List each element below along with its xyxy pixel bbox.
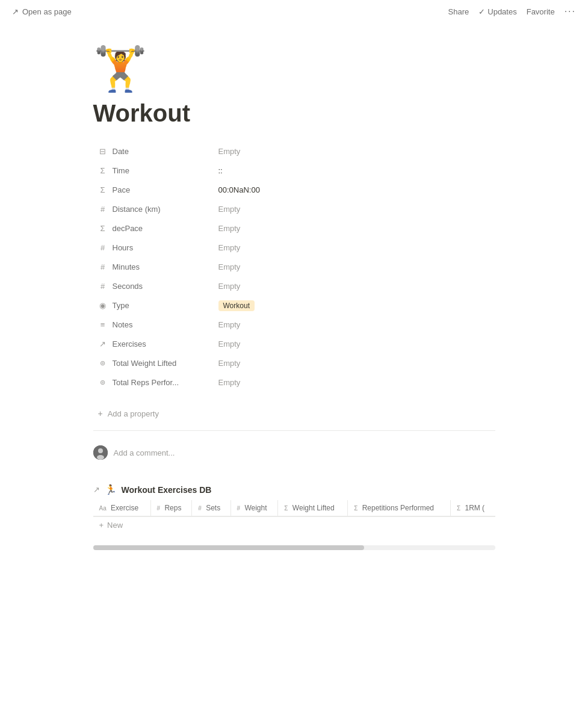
hash-seconds-icon: # [98, 282, 108, 291]
properties-list: ⊟ Date Empty Σ Time :: Σ Pace 00:0NaN:00… [93, 141, 495, 392]
col-exercise-label: Exercise [111, 504, 138, 512]
calendar-icon: ⊟ [98, 147, 108, 156]
scroll-thumb[interactable] [93, 545, 364, 550]
col-reps[interactable]: # Reps [150, 500, 192, 516]
sigma-decpace-icon: Σ [98, 224, 108, 233]
sigma-time-icon: Σ [98, 166, 108, 175]
add-property-button[interactable]: + Add a property [93, 406, 164, 421]
new-row-button[interactable]: + New [93, 516, 495, 533]
sigma-reps-performed-icon: Σ [354, 505, 357, 512]
hash-sets-icon: # [198, 505, 202, 512]
comment-area[interactable]: Add a comment... [93, 441, 495, 465]
col-one-rm-label: 1RM ( [465, 504, 484, 512]
property-total-reps[interactable]: ⊚ Total Reps Perfor... Empty [93, 373, 495, 392]
property-pace-value[interactable]: 00:0NaN:00 [214, 184, 265, 196]
property-exercises-value[interactable]: Empty [214, 338, 246, 350]
db-table-head: Aa Exercise # Reps # Sets # [93, 500, 495, 516]
db-header-row: Aa Exercise # Reps # Sets # [93, 500, 495, 516]
hash-reps-icon: # [157, 505, 161, 512]
db-title[interactable]: Workout Exercises DB [122, 485, 212, 495]
page-title[interactable]: Workout [93, 100, 495, 127]
col-weight[interactable]: # Weight [231, 500, 278, 516]
property-type-label: Type [113, 301, 129, 310]
col-weight-label: Weight [244, 504, 267, 512]
property-total-reps-value[interactable]: Empty [214, 377, 246, 388]
open-as-page-button[interactable]: ↗ Open as page [12, 7, 72, 16]
property-total-reps-label: Total Reps Perfor... [113, 378, 179, 387]
property-notes[interactable]: ≡ Notes Empty [93, 315, 495, 334]
property-notes-label: Notes [113, 320, 133, 329]
property-date-value[interactable]: Empty [214, 146, 246, 157]
property-total-weight[interactable]: ⊚ Total Weight Lifted Empty [93, 353, 495, 373]
sigma-pace-icon: Σ [98, 185, 108, 194]
hash-minutes-icon: # [98, 262, 108, 271]
property-hours-value[interactable]: Empty [214, 242, 246, 253]
col-reps-label: Reps [164, 504, 181, 512]
col-weight-lifted[interactable]: Σ Weight Lifted [278, 500, 348, 516]
property-pace[interactable]: Σ Pace 00:0NaN:00 [93, 180, 495, 199]
main-content: 🏋️ Workout ⊟ Date Empty Σ Time :: Σ Pace [36, 23, 553, 574]
share-button[interactable]: Share [448, 7, 469, 16]
svg-point-2 [97, 455, 104, 460]
property-hours[interactable]: # Hours Empty [93, 238, 495, 257]
db-table: Aa Exercise # Reps # Sets # [93, 500, 495, 516]
col-sets[interactable]: # Sets [192, 500, 231, 516]
property-notes-value[interactable]: Empty [214, 319, 246, 330]
property-seconds-value[interactable]: Empty [214, 280, 246, 292]
property-total-weight-value[interactable]: Empty [214, 358, 246, 369]
property-time-value[interactable]: :: [214, 165, 227, 176]
topbar-actions: Share ✓ Updates Favorite ··· [448, 6, 576, 17]
lines-notes-icon: ≡ [98, 320, 108, 329]
property-decpace-value[interactable]: Empty [214, 223, 246, 234]
db-header: ↗ 🏃 Workout Exercises DB [93, 484, 495, 495]
horizontal-scrollbar[interactable] [93, 545, 495, 550]
col-sets-label: Sets [206, 504, 220, 512]
property-pace-label: Pace [113, 185, 131, 194]
col-exercise[interactable]: Aa Exercise [93, 500, 151, 516]
db-link-icon[interactable]: ↗ [93, 485, 100, 494]
circle-type-icon: ◉ [98, 301, 108, 310]
property-minutes[interactable]: # Minutes Empty [93, 257, 495, 276]
type-tag[interactable]: Workout [218, 300, 255, 311]
comment-placeholder: Add a comment... [114, 448, 175, 457]
more-options-button[interactable]: ··· [565, 6, 576, 17]
text-icon: Aa [99, 505, 107, 512]
property-minutes-label: Minutes [113, 262, 140, 271]
property-distance-value[interactable]: Empty [214, 203, 246, 215]
open-as-page-label: Open as page [22, 7, 72, 16]
col-reps-performed-label: Repetitions Performed [362, 504, 434, 512]
topbar: ↗ Open as page Share ✓ Updates Favorite … [0, 0, 588, 23]
open-page-icon: ↗ [12, 7, 19, 16]
property-type-value[interactable]: Workout [214, 300, 259, 311]
property-date[interactable]: ⊟ Date Empty [93, 141, 495, 161]
col-reps-performed[interactable]: Σ Repetitions Performed [348, 500, 451, 516]
property-exercises[interactable]: ↗ Exercises Empty [93, 334, 495, 353]
property-hours-label: Hours [113, 243, 134, 252]
property-distance-label: Distance (km) [113, 205, 161, 214]
divider-after-properties [93, 430, 495, 431]
updates-chevron-icon: ✓ [478, 7, 485, 16]
property-exercises-label: Exercises [113, 339, 146, 348]
property-minutes-value[interactable]: Empty [214, 261, 246, 273]
hash-weight-icon: # [237, 505, 241, 512]
db-emoji: 🏃 [105, 484, 117, 495]
user-avatar [93, 445, 108, 460]
col-weight-lifted-label: Weight Lifted [292, 504, 335, 512]
new-row-plus-icon: + [99, 521, 104, 530]
property-seconds[interactable]: # Seconds Empty [93, 276, 495, 296]
page-icon[interactable]: 🏋️ [93, 47, 495, 90]
col-one-rm[interactable]: Σ 1RM ( [450, 500, 495, 516]
add-property-plus-icon: + [98, 409, 103, 418]
hash-distance-icon: # [98, 205, 108, 214]
updates-button[interactable]: ✓ Updates [478, 7, 516, 16]
sigma-one-rm-icon: Σ [457, 505, 460, 512]
favorite-button[interactable]: Favorite [527, 7, 555, 16]
arrow-exercises-icon: ↗ [98, 339, 108, 348]
property-type[interactable]: ◉ Type Workout [93, 296, 495, 315]
property-distance[interactable]: # Distance (km) Empty [93, 199, 495, 218]
database-section: ↗ 🏃 Workout Exercises DB Aa Exercise # R… [93, 484, 495, 533]
svg-point-1 [98, 448, 103, 453]
db-table-wrapper: Aa Exercise # Reps # Sets # [93, 500, 495, 533]
property-time[interactable]: Σ Time :: [93, 161, 495, 180]
property-decpace[interactable]: Σ decPace Empty [93, 218, 495, 238]
